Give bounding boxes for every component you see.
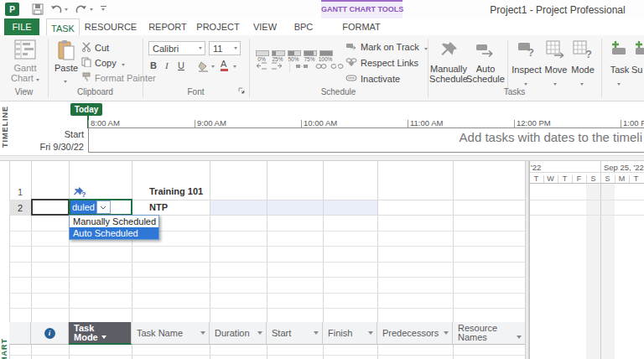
insert-summary-button[interactable]: Su [631, 39, 644, 87]
mode-button[interactable]: ? Mode [569, 39, 597, 87]
hour-label: 9:00 AM [197, 118, 226, 127]
app-logo-icon[interactable]: P [5, 3, 19, 16]
hour-label: 11:00 AM [410, 118, 443, 127]
predecessors-column-header[interactable]: Predecessors [377, 322, 453, 345]
insert-task-button[interactable]: Task [605, 39, 634, 87]
filter-arrow-icon[interactable] [200, 331, 205, 335]
undo-dropdown-icon[interactable] [65, 8, 68, 11]
tasks-group-label: Tasks [428, 87, 601, 96]
font-size-combo[interactable]: 11 [209, 41, 241, 55]
row-header-2[interactable]: 2 [9, 200, 31, 216]
chevron-down-icon [100, 206, 106, 210]
inactivate-button[interactable]: Inactivate [361, 74, 400, 84]
contextual-group-label: GANTT CHART TOOLS [321, 5, 402, 13]
resource-names-column-header[interactable]: ResourceNames [453, 322, 526, 345]
info-cell-row2-selected[interactable] [31, 199, 70, 216]
italic-button[interactable]: I [165, 60, 169, 70]
gantt-sheet: GANTT CHART 1 2 ? Training 101 [0, 161, 644, 359]
task-mode-dropdown-button[interactable] [96, 200, 111, 214]
tab-task[interactable]: TASK [46, 18, 80, 37]
background-color-icon[interactable] [198, 61, 209, 72]
dropdown-item-manually-scheduled[interactable]: Manually Scheduled [70, 216, 158, 227]
start-cell-row2[interactable] [267, 200, 323, 215]
filter-arrow-icon[interactable] [368, 331, 373, 335]
filter-arrow-icon[interactable] [314, 331, 319, 335]
outdent-task-icon[interactable] [256, 62, 267, 70]
respect-links-button[interactable]: Respect Links [361, 58, 418, 68]
format-painter-button[interactable]: Format Painter [95, 73, 156, 83]
clipboard-group-label: Clipboard [48, 87, 143, 96]
tab-project[interactable]: PROJECT [196, 18, 240, 35]
redo-icon[interactable] [75, 4, 87, 14]
tab-format[interactable]: FORMAT [335, 18, 387, 35]
tab-file[interactable]: FILE [4, 18, 39, 35]
font-color-button[interactable]: A [221, 59, 228, 71]
redo-dropdown-icon[interactable] [90, 8, 93, 11]
row-number-header[interactable] [9, 322, 31, 345]
percent-25-button[interactable]: 25% [270, 41, 286, 63]
indent-task-icon[interactable] [271, 62, 283, 70]
customize-qat-icon[interactable] [101, 6, 106, 7]
percent-0-button[interactable]: 0% [254, 41, 270, 63]
background-color-arrow-icon[interactable] [211, 65, 215, 68]
move-button[interactable]: Move [542, 39, 570, 87]
dropdown-item-auto-scheduled[interactable]: Auto Scheduled [70, 227, 158, 239]
day-label: T [629, 174, 643, 183]
duration-cell-row2[interactable] [210, 200, 267, 215]
start-column-header[interactable]: Start [267, 322, 323, 345]
mark-on-track-icon [345, 42, 357, 50]
font-color-arrow-icon[interactable] [233, 65, 236, 68]
tab-view[interactable]: VIEW [247, 18, 283, 35]
gantt-chart-view-button[interactable]: Gantt Chart [5, 39, 45, 86]
timeline-start-date: Fri 9/30/22 [17, 142, 84, 152]
mark-on-track-button[interactable]: Mark on Track [361, 42, 428, 52]
percent-50-button[interactable]: 50% [286, 41, 302, 63]
gantt-chart-pane[interactable]: '22 Sep 25, '22 T W T F S S M T [529, 161, 644, 359]
finish-cell-row2[interactable] [323, 200, 377, 215]
inspect-button[interactable]: ? Inspect [510, 39, 543, 87]
task-mode-column-header[interactable]: TaskMode [69, 322, 132, 345]
manually-schedule-button[interactable]: Manually Schedule [430, 39, 467, 87]
task-mode-edit-cell[interactable]: duled [69, 199, 132, 216]
tab-resource[interactable]: RESOURCE [85, 18, 137, 35]
inspect-icon: ? [517, 40, 536, 59]
undo-icon[interactable] [50, 4, 62, 14]
filter-arrow-icon[interactable] [444, 331, 449, 335]
percent-75-button[interactable]: 75% [302, 41, 318, 63]
insert-summary-icon [633, 40, 644, 59]
paste-button[interactable]: Paste [52, 39, 80, 86]
hour-label: 8:00 AM [91, 118, 120, 127]
bold-button[interactable]: B [150, 60, 157, 70]
filter-arrow-icon[interactable] [517, 336, 522, 339]
info-column-header[interactable]: i [31, 322, 69, 345]
unlink-tasks-icon[interactable] [330, 62, 344, 70]
timeline-view[interactable]: TIMELINE Today 8:00 AM 9:00 AM 10:00 AM … [0, 101, 644, 155]
svg-text:?: ? [527, 46, 534, 59]
hour-label: 10:00 AM [304, 118, 337, 127]
task-name-column-header[interactable]: Task Name [132, 322, 210, 345]
auto-schedule-button[interactable]: Auto Schedule [467, 39, 504, 87]
timeline-hint: Add tasks with dates to the timeli [352, 130, 642, 144]
tab-report[interactable]: REPORT [144, 18, 191, 35]
timescale-tier1-right: Sep 25, '22 [604, 163, 644, 172]
task-name-cell-row1[interactable]: Training 101 [149, 186, 203, 196]
customize-qat-arrow-icon[interactable] [101, 8, 105, 11]
save-icon[interactable] [32, 3, 44, 15]
copy-button[interactable]: Copy [95, 58, 125, 68]
inactivate-icon [345, 74, 357, 82]
cut-button[interactable]: Cut [95, 43, 109, 53]
percent-100-button[interactable]: 100% [318, 41, 334, 63]
font-name-combo[interactable]: Calibri [148, 41, 205, 55]
duration-column-header[interactable]: Duration [210, 322, 267, 345]
underline-button[interactable]: U [178, 60, 184, 70]
link-tasks-icon[interactable] [315, 62, 327, 70]
split-task-icon[interactable] [295, 62, 309, 70]
day-label: M [615, 174, 629, 183]
finish-column-header[interactable]: Finish [323, 322, 377, 345]
filter-arrow-icon[interactable] [257, 331, 262, 335]
row-header-1[interactable]: 1 [9, 184, 31, 200]
timescale-tier1-left: '22 [531, 163, 541, 172]
tab-bpc[interactable]: BPC [288, 18, 319, 35]
task-name-cell-row2[interactable]: NTP [149, 202, 168, 212]
view-separator[interactable] [0, 155, 644, 161]
